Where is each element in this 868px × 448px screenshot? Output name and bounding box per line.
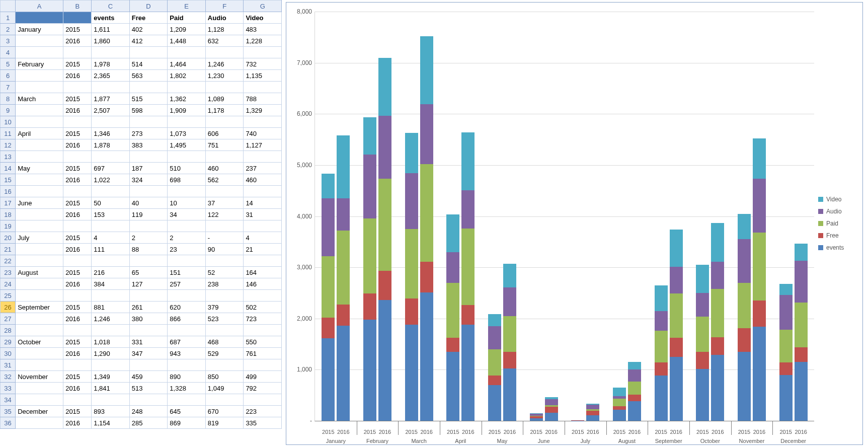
cell[interactable]: 151 <box>168 267 206 278</box>
table-row[interactable]: 2720161,246380866523723 <box>1 313 282 325</box>
cell[interactable]: 2015 <box>63 128 92 139</box>
cell[interactable]: 1,022 <box>92 174 130 186</box>
cell[interactable] <box>205 186 244 197</box>
row-header[interactable]: 11 <box>1 128 16 139</box>
cell[interactable] <box>205 359 244 371</box>
cell[interactable]: 37 <box>205 197 244 209</box>
cell[interactable]: 1,328 <box>168 383 206 394</box>
cell[interactable] <box>16 116 63 128</box>
stacked-bar[interactable] <box>779 284 793 421</box>
cell[interactable]: July <box>16 232 63 244</box>
cell[interactable] <box>168 290 206 302</box>
cell[interactable]: 1,290 <box>92 348 130 359</box>
cell[interactable]: 383 <box>129 139 168 151</box>
cell[interactable]: 223 <box>244 406 282 417</box>
cell[interactable]: 380 <box>129 313 168 325</box>
cell[interactable]: 2015 <box>63 58 92 70</box>
row-header[interactable]: 29 <box>1 336 16 348</box>
cell[interactable] <box>16 278 63 290</box>
cell[interactable]: 2016 <box>63 313 92 325</box>
row-header[interactable]: 16 <box>1 186 16 197</box>
cell[interactable]: 153 <box>92 209 130 220</box>
table-row[interactable]: 26September2015881261620379502 <box>1 302 282 313</box>
cell[interactable]: 331 <box>129 336 168 348</box>
row-header[interactable]: 1 <box>1 12 16 24</box>
table-row[interactable]: 29October20151,018331687468550 <box>1 336 282 348</box>
table-row[interactable]: 620162,3655631,8021,2301,135 <box>1 70 282 82</box>
stacked-bar[interactable] <box>586 404 599 421</box>
row-header[interactable]: 22 <box>1 255 16 267</box>
row-header[interactable]: 26 <box>1 302 16 313</box>
cell[interactable] <box>63 116 92 128</box>
cell[interactable]: 1,878 <box>92 139 130 151</box>
cell[interactable]: 2015 <box>63 371 92 383</box>
cell[interactable] <box>63 186 92 197</box>
cell[interactable]: 261 <box>129 302 168 313</box>
cell[interactable] <box>205 116 244 128</box>
cell[interactable]: 21 <box>244 244 282 255</box>
cell[interactable]: 122 <box>205 209 244 220</box>
cell[interactable] <box>168 325 206 336</box>
cell[interactable]: 563 <box>129 70 168 82</box>
row-header[interactable]: 5 <box>1 58 16 70</box>
row-header[interactable]: 9 <box>1 105 16 116</box>
table-row[interactable]: 4 <box>1 47 282 58</box>
cell[interactable] <box>168 255 206 267</box>
row-header[interactable]: 28 <box>1 325 16 336</box>
cell[interactable]: 1,049 <box>205 383 244 394</box>
cell[interactable] <box>129 82 168 93</box>
table-row[interactable]: 31 <box>1 359 282 371</box>
cell[interactable]: 529 <box>205 348 244 359</box>
cell[interactable] <box>168 394 206 406</box>
table-row[interactable]: 16 <box>1 186 282 197</box>
cell[interactable]: 510 <box>168 163 206 174</box>
stacked-bar[interactable] <box>655 285 668 421</box>
cell[interactable]: 2015 <box>63 232 92 244</box>
row-header[interactable]: 4 <box>1 47 16 58</box>
cell[interactable] <box>16 186 63 197</box>
cell[interactable]: 1,073 <box>168 128 206 139</box>
table-row[interactable]: 11April20151,3462731,073606740 <box>1 128 282 139</box>
cell[interactable] <box>244 255 282 267</box>
cell[interactable]: 127 <box>129 278 168 290</box>
cell[interactable]: 550 <box>244 336 282 348</box>
cell[interactable]: 645 <box>168 406 206 417</box>
cell[interactable]: Video <box>244 12 282 24</box>
cell[interactable]: 1,448 <box>168 35 206 47</box>
cell[interactable]: 238 <box>205 278 244 290</box>
cell[interactable] <box>16 35 63 47</box>
row-header[interactable]: 14 <box>1 163 16 174</box>
stacked-bar[interactable] <box>488 314 501 421</box>
cell[interactable]: 513 <box>129 383 168 394</box>
table-row[interactable]: 2January20151,6114021,2091,128483 <box>1 24 282 35</box>
cell[interactable]: 50 <box>92 197 130 209</box>
cell[interactable] <box>16 348 63 359</box>
cell[interactable]: 111 <box>92 244 130 255</box>
row-header[interactable]: 2 <box>1 24 16 35</box>
stacked-bar[interactable] <box>738 214 751 421</box>
cell[interactable]: 687 <box>168 336 206 348</box>
cell[interactable]: 248 <box>129 406 168 417</box>
cell[interactable]: 34 <box>168 209 206 220</box>
cell[interactable] <box>205 255 244 267</box>
cell[interactable]: 761 <box>244 348 282 359</box>
cell[interactable] <box>63 359 92 371</box>
cell[interactable]: 1,178 <box>205 105 244 116</box>
cell[interactable] <box>16 290 63 302</box>
cell[interactable]: 2015 <box>63 93 92 105</box>
row-header[interactable]: 13 <box>1 151 16 163</box>
cell[interactable] <box>205 290 244 302</box>
table-row[interactable]: 22 <box>1 255 282 267</box>
cell[interactable]: 2015 <box>63 267 92 278</box>
cell[interactable]: 2015 <box>63 24 92 35</box>
cell[interactable]: January <box>16 24 63 35</box>
cell[interactable] <box>129 186 168 197</box>
cell[interactable] <box>92 82 130 93</box>
cell[interactable]: 216 <box>92 267 130 278</box>
cell[interactable] <box>16 394 63 406</box>
row-header[interactable]: 31 <box>1 359 16 371</box>
cell[interactable]: 1,346 <box>92 128 130 139</box>
cell[interactable] <box>16 105 63 116</box>
cell[interactable]: 460 <box>205 163 244 174</box>
cell[interactable] <box>92 47 130 58</box>
